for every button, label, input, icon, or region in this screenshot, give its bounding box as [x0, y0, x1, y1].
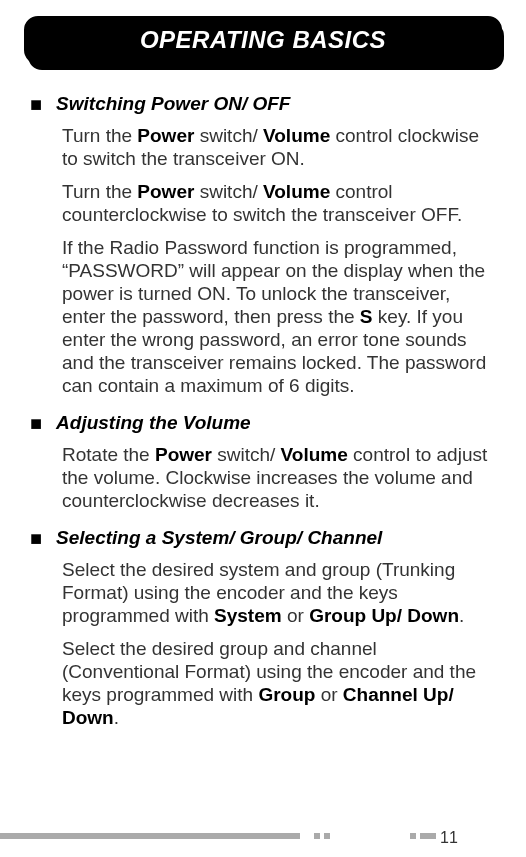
- section-title: Switching Power ON/ OFF: [56, 92, 290, 116]
- tick-icon: [324, 833, 330, 839]
- header-inner: OPERATING BASICS: [31, 21, 495, 59]
- bullet-icon: ■: [30, 92, 42, 116]
- paragraph: Select the desired system and group (Tru…: [62, 558, 496, 627]
- header-title: OPERATING BASICS: [140, 26, 386, 54]
- section-heading: ■ Adjusting the Volume: [30, 411, 496, 435]
- footer-ticks-left: [314, 833, 330, 839]
- section-heading: ■ Selecting a System/ Group/ Channel: [30, 526, 496, 550]
- section-select: ■ Selecting a System/ Group/ Channel Sel…: [30, 526, 496, 729]
- paragraph: If the Radio Password function is progra…: [62, 236, 496, 397]
- section-heading: ■ Switching Power ON/ OFF: [30, 92, 496, 116]
- section-title: Adjusting the Volume: [56, 411, 251, 435]
- page-number: 11: [440, 829, 458, 847]
- bullet-icon: ■: [30, 526, 42, 550]
- section-title: Selecting a System/ Group/ Channel: [56, 526, 382, 550]
- header-container: OPERATING BASICS: [24, 16, 502, 72]
- footer: 11: [0, 827, 526, 857]
- section-volume: ■ Adjusting the Volume Rotate the Power …: [30, 411, 496, 512]
- page: OPERATING BASICS ■ Switching Power ON/ O…: [0, 0, 526, 857]
- paragraph: Select the desired group and channel (Co…: [62, 637, 496, 729]
- paragraph: Turn the Power switch/ Volume control co…: [62, 180, 496, 226]
- footer-bar: [0, 833, 300, 839]
- paragraph: Rotate the Power switch/ Volume control …: [62, 443, 496, 512]
- tick-icon: [410, 833, 416, 839]
- tick-icon: [420, 833, 436, 839]
- header-bar: OPERATING BASICS: [24, 16, 502, 64]
- content: ■ Switching Power ON/ OFF Turn the Power…: [24, 92, 502, 729]
- section-power: ■ Switching Power ON/ OFF Turn the Power…: [30, 92, 496, 397]
- footer-ticks-right: [410, 833, 436, 839]
- bullet-icon: ■: [30, 411, 42, 435]
- paragraph: Turn the Power switch/ Volume control cl…: [62, 124, 496, 170]
- tick-icon: [314, 833, 320, 839]
